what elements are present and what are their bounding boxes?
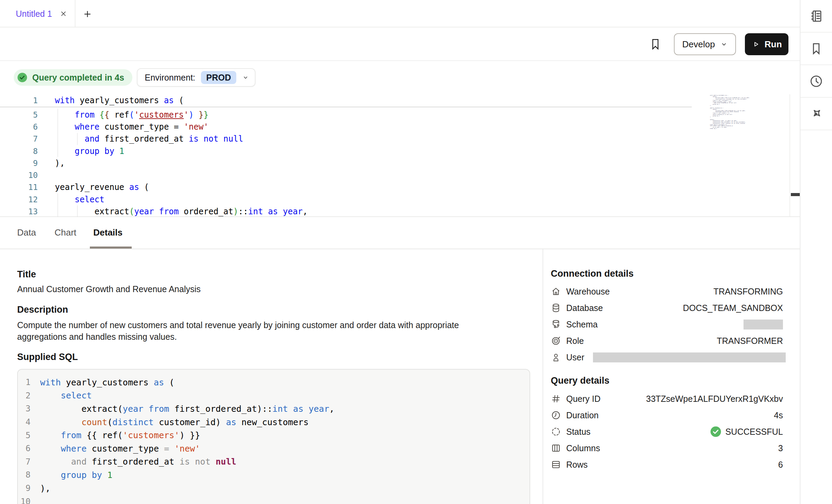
develop-button-label: Develop	[682, 39, 715, 50]
indent-guide	[58, 145, 58, 157]
detail-row-value: 33TZseWpe1ALFDUYerxR1gVKxbv	[646, 394, 783, 404]
scrollbar-thumb[interactable]	[791, 193, 800, 196]
detail-row-value: DOCS_TEAM_SANDBOX	[683, 303, 783, 313]
tab-title: Untitled 1	[16, 9, 52, 19]
tab-data[interactable]: Data	[17, 217, 36, 248]
schema-icon	[551, 319, 561, 329]
code-line: 10	[0, 169, 692, 181]
database-icon	[551, 303, 561, 313]
supplied-sql-code-block: 1with yearly_customers as (2 select3 ext…	[17, 369, 530, 504]
sidebar-button-history[interactable]	[800, 65, 832, 98]
status-icon	[551, 427, 561, 437]
detail-row-user: User	[551, 349, 783, 365]
environment-label: Environment:	[145, 73, 195, 83]
line-number: 5	[0, 110, 38, 119]
code-line: 5 from {{ ref('customers') }}	[18, 429, 530, 442]
rows-icon	[551, 459, 561, 470]
develop-button[interactable]: Develop	[674, 33, 736, 55]
line-number: 11	[0, 183, 38, 192]
indent-guide	[77, 133, 78, 145]
code-line: 13 extract(year from ordered_at)::int as…	[0, 205, 692, 217]
code-line: 12 select	[0, 193, 692, 205]
history-icon	[809, 74, 823, 88]
environment-selector[interactable]: Environment: PROD	[137, 68, 255, 87]
sparkle-x-icon	[809, 107, 823, 121]
editor-minimap[interactable]: with yearly_customers as ( select extrac…	[710, 95, 752, 216]
code-line: 2 select	[18, 389, 530, 403]
title-label: Title	[17, 269, 36, 280]
tab-chart[interactable]: Chart	[55, 217, 76, 248]
query-details-rows: Query ID33TZseWpe1ALFDUYerxR1gVKxbvDurat…	[551, 391, 783, 473]
code-line: 7 and first_ordered_at is not null	[18, 455, 530, 469]
plus-icon[interactable]	[78, 5, 97, 23]
detail-row-label: Duration	[566, 410, 599, 420]
line-number: 3	[18, 404, 31, 413]
tab-details[interactable]: Details	[93, 217, 122, 248]
code-line: 8 group by 1	[18, 468, 530, 482]
detail-row-label: Columns	[566, 443, 600, 453]
code-line: 6 where customer_type = 'new'	[18, 442, 530, 455]
detail-row-label: Status	[566, 427, 591, 437]
toolbar-divider	[0, 60, 800, 61]
line-number: 4	[18, 417, 31, 427]
detail-row-value: 3	[778, 443, 783, 453]
indent-guide	[58, 133, 58, 145]
line-number: 12	[0, 195, 38, 204]
detail-row-columns: Columns3	[551, 440, 783, 456]
duration-icon	[551, 410, 561, 420]
indent-guide	[58, 205, 58, 217]
code-line: 4 count(distinct customer_id) as new_cus…	[18, 416, 530, 429]
detail-row-rows: Rows6	[551, 456, 783, 473]
sql-editor[interactable]: 1with yearly_customers as ( 5 from {{ re…	[0, 94, 800, 217]
sidebar-button-sparkle-x[interactable]	[800, 98, 832, 130]
check-circle-icon	[710, 426, 722, 437]
run-button[interactable]: Run	[745, 33, 788, 55]
editor-tab-bar: Untitled 1	[0, 0, 800, 27]
sidebar-button-notebook[interactable]	[800, 0, 832, 33]
bookmark-icon	[809, 41, 823, 56]
redacted-value	[593, 352, 786, 362]
right-sidebar	[800, 0, 832, 504]
detail-row-value: TRANSFORMING	[713, 287, 783, 297]
chevron-down-icon	[242, 74, 249, 81]
description-value: Compute the number of new customers and …	[17, 319, 494, 343]
detail-row-label: Schema	[566, 320, 598, 329]
query-details-heading: Query details	[551, 375, 609, 386]
sidebar-button-bookmark[interactable]	[800, 33, 832, 65]
role-icon	[551, 336, 561, 346]
line-number: 5	[18, 431, 31, 440]
line-number: 8	[0, 147, 38, 156]
line-number: 7	[0, 134, 38, 143]
environment-value-badge: PROD	[201, 71, 236, 84]
code-line: 8 group by 1	[0, 145, 692, 157]
indent-guide	[58, 193, 58, 205]
line-number: 13	[0, 207, 38, 216]
code-line: 9),	[0, 157, 692, 169]
run-button-label: Run	[764, 39, 782, 50]
play-icon	[751, 40, 760, 49]
detail-row-label: Query ID	[566, 394, 601, 404]
results-tab-bar: Data Chart Details	[0, 217, 800, 249]
line-number: 2	[18, 391, 31, 400]
tab-untitled-1[interactable]: Untitled 1	[0, 0, 75, 27]
close-icon[interactable]	[59, 9, 68, 18]
query-status-badge: Query completed in 4s	[14, 69, 132, 86]
detail-row-value: TRANSFORMER	[717, 336, 783, 346]
detail-row-status: StatusSUCCESSFUL	[551, 423, 783, 440]
connection-details-rows: WarehouseTRANSFORMINGDatabaseDOCS_TEAM_S…	[551, 283, 783, 365]
code-line: 10	[18, 495, 530, 504]
query-status-text: Query completed in 4s	[32, 73, 124, 83]
bookmark-icon[interactable]	[647, 36, 663, 53]
editor-sticky-line: 1with yearly_customers as (	[0, 94, 692, 107]
detail-row-label: Warehouse	[566, 287, 610, 297]
detail-row-value: 4s	[774, 410, 783, 420]
chevron-down-icon	[720, 40, 728, 48]
editor-scrollbar-track[interactable]	[789, 94, 800, 216]
code-line: 3 extract(year from first_ordered_at)::i…	[18, 402, 530, 416]
detail-row-schema: Schema	[551, 316, 783, 333]
detail-row-query-id: Query ID33TZseWpe1ALFDUYerxR1gVKxbv	[551, 391, 783, 407]
columns-icon	[551, 443, 561, 453]
redacted-value	[744, 320, 783, 329]
notebook-icon	[809, 9, 823, 23]
user-icon	[551, 352, 561, 362]
